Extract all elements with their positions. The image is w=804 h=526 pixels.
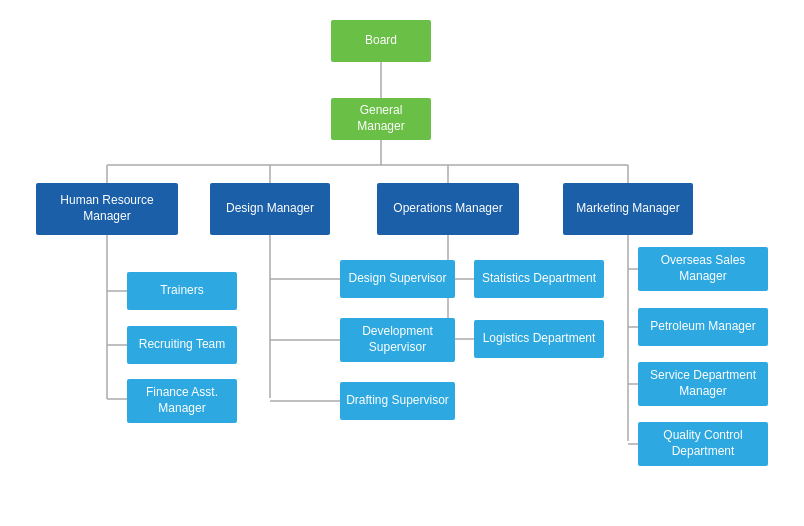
- hr-manager-node: Human Resource Manager: [36, 183, 178, 235]
- statistics-dept-node: Statistics Department: [474, 260, 604, 298]
- org-chart: Board General Manager Human Resource Man…: [0, 0, 804, 526]
- drafting-supervisor-node: Drafting Supervisor: [340, 382, 455, 420]
- marketing-manager-node: Marketing Manager: [563, 183, 693, 235]
- ops-manager-node: Operations Manager: [377, 183, 519, 235]
- trainers-node: Trainers: [127, 272, 237, 310]
- design-manager-node: Design Manager: [210, 183, 330, 235]
- general-manager-node: General Manager: [331, 98, 431, 140]
- petroleum-mgr-node: Petroleum Manager: [638, 308, 768, 346]
- logistics-dept-node: Logistics Department: [474, 320, 604, 358]
- quality-control-node: Quality Control Department: [638, 422, 768, 466]
- recruiting-team-node: Recruiting Team: [127, 326, 237, 364]
- dev-supervisor-node: Development Supervisor: [340, 318, 455, 362]
- board-node: Board: [331, 20, 431, 62]
- overseas-sales-node: Overseas Sales Manager: [638, 247, 768, 291]
- finance-asst-node: Finance Asst. Manager: [127, 379, 237, 423]
- service-dept-node: Service Department Manager: [638, 362, 768, 406]
- design-supervisor-node: Design Supervisor: [340, 260, 455, 298]
